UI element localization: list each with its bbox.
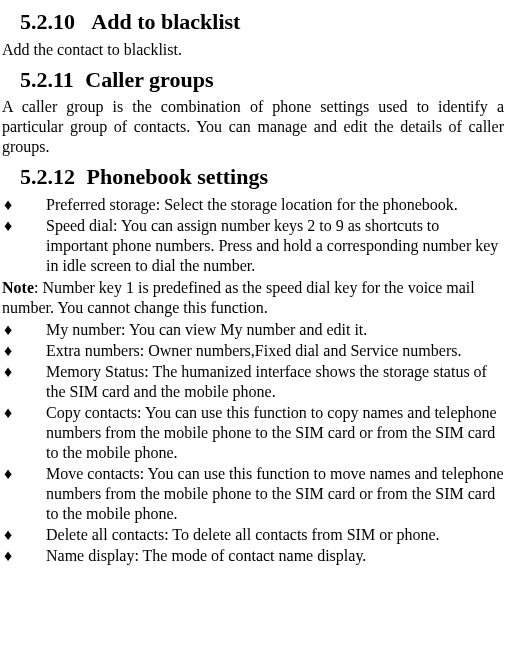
diamond-bullet-icon: ♦ (2, 525, 46, 545)
heading-phonebook-settings: 5.2.12 Phonebook settings (20, 163, 504, 191)
heading-add-to-blacklist: 5.2.10 Add to blacklist (20, 8, 504, 36)
heading-caller-groups: 5.2.11 Caller groups (20, 66, 504, 94)
section-number: 5.2.11 (20, 67, 74, 92)
list-item-text: Extra numbers: Owner numbers,Fixed dial … (46, 341, 504, 361)
list-item-text: My number: You can view My number and ed… (46, 320, 504, 340)
section-number: 5.2.12 (20, 164, 75, 189)
list-item: ♦ Move contacts: You can use this functi… (2, 464, 504, 524)
section-title: Caller groups (85, 67, 213, 92)
list-item-text: Move contacts: You can use this function… (46, 464, 504, 524)
list-item: ♦ Delete all contacts: To delete all con… (2, 525, 504, 545)
bullet-list: ♦ Preferred storage: Select the storage … (2, 195, 504, 276)
note-text: : Number key 1 is predefined as the spee… (2, 279, 475, 316)
diamond-bullet-icon: ♦ (2, 546, 46, 566)
list-item: ♦ My number: You can view My number and … (2, 320, 504, 340)
bullet-list: ♦ My number: You can view My number and … (2, 320, 504, 566)
diamond-bullet-icon: ♦ (2, 362, 46, 402)
section-number: 5.2.10 (20, 9, 75, 34)
paragraph: A caller group is the combination of pho… (2, 97, 504, 157)
diamond-bullet-icon: ♦ (2, 195, 46, 215)
paragraph: Add the contact to blacklist. (2, 40, 504, 60)
list-item: ♦ Copy contacts: You can use this functi… (2, 403, 504, 463)
list-item: ♦ Preferred storage: Select the storage … (2, 195, 504, 215)
note-label: Note (2, 279, 34, 296)
diamond-bullet-icon: ♦ (2, 464, 46, 524)
note-paragraph: Note: Number key 1 is predefined as the … (2, 278, 504, 318)
diamond-bullet-icon: ♦ (2, 341, 46, 361)
list-item-text: Speed dial: You can assign number keys 2… (46, 216, 504, 276)
list-item: ♦ Memory Status: The humanized interface… (2, 362, 504, 402)
list-item: ♦ Name display: The mode of contact name… (2, 546, 504, 566)
diamond-bullet-icon: ♦ (2, 403, 46, 463)
list-item-text: Preferred storage: Select the storage lo… (46, 195, 504, 215)
diamond-bullet-icon: ♦ (2, 216, 46, 276)
section-title: Phonebook settings (87, 164, 269, 189)
list-item-text: Copy contacts: You can use this function… (46, 403, 504, 463)
list-item-text: Delete all contacts: To delete all conta… (46, 525, 504, 545)
list-item-text: Memory Status: The humanized interface s… (46, 362, 504, 402)
section-title: Add to blacklist (91, 9, 240, 34)
list-item: ♦ Speed dial: You can assign number keys… (2, 216, 504, 276)
list-item: ♦ Extra numbers: Owner numbers,Fixed dia… (2, 341, 504, 361)
list-item-text: Name display: The mode of contact name d… (46, 546, 504, 566)
diamond-bullet-icon: ♦ (2, 320, 46, 340)
